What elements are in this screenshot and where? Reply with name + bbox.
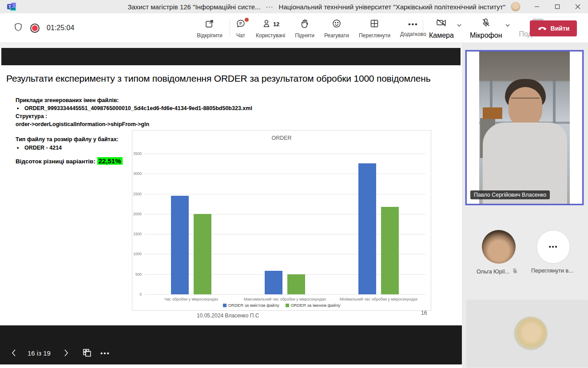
- slide-top-black-bar: [1, 48, 461, 65]
- meeting-content: Результати експерименту з типом повідомл…: [0, 43, 588, 368]
- mic-chevron-icon[interactable]: [505, 21, 510, 29]
- meeting-timer: 01:25:04: [47, 24, 74, 32]
- bar: [381, 207, 399, 294]
- slide-footer-date: 10.05.2024 Власенко П.С: [197, 313, 259, 319]
- shield-icon: [13, 22, 23, 34]
- slide-grid-icon[interactable]: [82, 346, 92, 360]
- bar: [265, 271, 282, 294]
- y-tick-label: 500: [135, 272, 142, 277]
- y-tick-label: 3000: [133, 171, 142, 176]
- raise-hand-icon: [299, 18, 310, 31]
- mic-muted-icon: [512, 268, 518, 276]
- chart-title: ORDER: [132, 135, 431, 141]
- slide-filesize-bullet: •ORDER - 4214: [17, 145, 62, 151]
- toolbar-divider: [423, 20, 423, 36]
- y-tick-label: 2000: [133, 212, 142, 216]
- presentation-nav-bar: 16 із 19 •••: [0, 325, 462, 364]
- presentation-top-strip: [0, 43, 462, 48]
- slide-title: Результати експерименту з типом повідомл…: [6, 73, 431, 84]
- chart-x-axis: Час обробки у мікросекундахМаксимальний …: [144, 297, 425, 301]
- more-dots-icon: •••: [408, 20, 418, 29]
- participants-button[interactable]: 12 Користувачі: [252, 13, 289, 43]
- legend-swatch: [223, 304, 226, 307]
- slide-page-indicator: 16 із 19: [28, 346, 51, 360]
- view-more-participants-button[interactable]: •••: [536, 230, 570, 264]
- chart-plot: [144, 154, 425, 294]
- slide-filename-bullet: •ORDER_9993334445551_4098765000010_5d4c1…: [17, 105, 252, 111]
- chat-button[interactable]: Чат: [232, 13, 250, 43]
- titlebar: TMIN Захист магістрів 126 "Інформаційні …: [0, 0, 588, 13]
- participants-sidebar: Павло Сергійович Власенко ••• Ольга Юрії…: [462, 43, 588, 368]
- slide-examples-heading: Приклади згенерованих імен файлів:: [16, 97, 119, 103]
- mic-off-icon: [481, 17, 491, 30]
- bar: [287, 274, 305, 294]
- participants-icon: [262, 18, 272, 31]
- bar: [171, 196, 189, 294]
- prev-slide-button[interactable]: [11, 346, 17, 360]
- y-tick-label: 1500: [133, 232, 142, 236]
- unpin-button[interactable]: Відкріпити: [194, 13, 225, 43]
- react-smiley-icon: [331, 18, 342, 31]
- bar: [194, 214, 211, 294]
- unpin-icon: [204, 18, 215, 31]
- x-tick-label: Час обробки у мікросекундах: [144, 297, 238, 301]
- user-avatar[interactable]: [511, 2, 520, 12]
- chat-notification-badge: [245, 18, 249, 22]
- org-title: Національний технічний університет "Харк…: [279, 3, 505, 11]
- mic-button[interactable]: Мікрофон: [468, 17, 504, 40]
- legend-swatch: [286, 304, 289, 307]
- chart-y-axis: 0500100015002000250030003500: [132, 154, 143, 294]
- camera-off-icon: [436, 17, 447, 30]
- legend-item: ORDER за іменем файлу: [286, 303, 341, 308]
- y-tick-label: 3500: [133, 151, 142, 156]
- bar-group: [144, 154, 238, 294]
- attendee-video-tile[interactable]: [466, 300, 588, 368]
- teams-logo-icon: TMIN: [7, 2, 17, 11]
- camera-button[interactable]: Камера: [427, 17, 456, 40]
- slide-filesize-heading: Тип файлу та розмір файлу у байтах:: [16, 136, 119, 142]
- speaker-video-tile[interactable]: Павло Сергійович Власенко: [465, 50, 584, 205]
- y-tick-label: 2500: [133, 192, 142, 196]
- next-slide-button[interactable]: [63, 346, 69, 360]
- view-button[interactable]: Переглянути: [355, 13, 394, 43]
- y-tick-label: 1000: [133, 252, 142, 256]
- percent-highlight: 22,51%: [97, 157, 123, 165]
- slide-percent-line: Відсоток різниці варіантів: 22,51%: [16, 157, 123, 165]
- x-tick-label: Максимальний час обробки у мікросекундах: [238, 297, 332, 301]
- maximize-button[interactable]: [547, 0, 568, 13]
- view-grid-icon: [369, 18, 380, 31]
- chart-legend: ORDER за вмістом файлуORDER за іменем фа…: [132, 303, 431, 308]
- teams-meeting-window: TMIN Захист магістрів 126 "Інформаційні …: [0, 0, 588, 368]
- hangup-phone-icon: [537, 25, 547, 32]
- minimize-button[interactable]: [527, 0, 547, 13]
- x-tick-label: Мінімальний час обробки у мікросекундах: [332, 297, 425, 301]
- toolbar-divider: [230, 20, 230, 36]
- raise-hand-button[interactable]: Підняти: [291, 13, 318, 43]
- participants-count: 12: [273, 21, 279, 28]
- presentation-bottom-strip: [0, 364, 462, 368]
- speaker-video: [479, 51, 570, 204]
- meeting-toolbar: 01:25:04 Відкріпити Чат: [0, 13, 588, 43]
- close-button[interactable]: [568, 0, 588, 13]
- bar-group: [238, 154, 332, 294]
- leave-button[interactable]: Вийти: [530, 20, 577, 36]
- recording-indicator-icon: [30, 24, 40, 33]
- legend-item: ORDER за вмістом файлу: [223, 303, 279, 308]
- title-overflow-icon[interactable]: ···: [266, 3, 274, 10]
- camera-chevron-icon[interactable]: [457, 21, 462, 29]
- slide-structure-heading: Структура :: [16, 113, 47, 119]
- more-button[interactable]: ••• Додатково: [397, 13, 430, 43]
- view-more-label: Переглянути в...: [531, 268, 573, 274]
- react-button[interactable]: Реагувати: [321, 13, 353, 43]
- presentation-more-icon[interactable]: •••: [100, 346, 110, 360]
- ellipsis-icon: •••: [549, 243, 558, 250]
- shared-presentation: Результати експерименту з типом повідомл…: [0, 43, 462, 368]
- attendee-avatar-2: [514, 317, 548, 350]
- chart: ORDER 0500100015002000250030003500 Час о…: [132, 130, 431, 311]
- bar: [358, 163, 376, 294]
- slide-page-number: 16: [421, 310, 427, 316]
- attendee-avatar[interactable]: [482, 230, 516, 264]
- attendee-label: Ольга Юрії...: [477, 268, 518, 276]
- speaker-name-tag: Павло Сергійович Власенко: [470, 190, 550, 199]
- meeting-title: Захист магістрів 126 "Інформаційні систе…: [127, 3, 260, 11]
